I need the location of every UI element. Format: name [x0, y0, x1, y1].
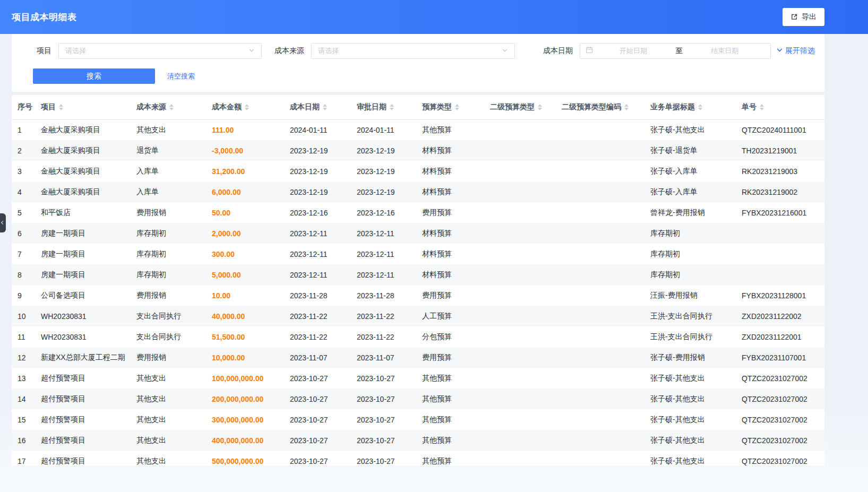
sort-icon[interactable] — [245, 104, 249, 110]
table-row[interactable]: 12新建XX总部大厦工程二期费用报销10,000.002023-11-07202… — [12, 347, 824, 368]
cost-source-filter: 成本来源 请选择 — [274, 43, 543, 59]
cell-order_no: QTZC20231027002 — [736, 409, 824, 430]
cell-order_no: RK20231219003 — [736, 161, 824, 182]
sort-icon[interactable] — [59, 104, 63, 110]
cell-project: 超付预警项目 — [36, 430, 131, 451]
cell-order_no: FYBX20231128001 — [736, 285, 824, 306]
project-filter: 项目 请选择 — [21, 43, 274, 59]
table-row[interactable]: 10WH20230831支出合同执行40,000.002023-11-22202… — [12, 306, 824, 326]
column-header-project[interactable]: 项目 — [36, 95, 131, 119]
table-row[interactable]: 2金融大厦采购项目退货单-3,000.002023-12-192023-12-1… — [12, 140, 824, 161]
cell-amount: 100,000,000.00 — [207, 368, 285, 389]
chevron-down-icon — [502, 46, 508, 56]
cell-budget_code2 — [556, 285, 645, 306]
cell-doc_title: 张子硕-其他支出 — [645, 368, 736, 389]
table-row[interactable]: 9公司备选项目费用报销10.002023-11-282023-11-28费用预算… — [12, 285, 824, 306]
cell-source: 库存期初 — [131, 244, 207, 264]
cell-amount: -3,000.00 — [207, 140, 285, 161]
cell-amount: 300,000,000.00 — [207, 409, 285, 430]
table-row[interactable]: 3金融大厦采购项目入库单31,200.002023-12-192023-12-1… — [12, 161, 824, 182]
cell-idx: 6 — [12, 223, 36, 244]
cell-budget_code2 — [556, 347, 645, 368]
cell-idx: 4 — [12, 182, 36, 202]
cell-source: 库存期初 — [131, 223, 207, 244]
expand-filters-link[interactable]: 展开筛选 — [776, 46, 815, 56]
table-header: 序号项目成本来源成本金额成本日期审批日期预算类型二级预算类型二级预算类型编码业务… — [12, 95, 824, 119]
cell-doc_title: 张子硕-其他支出 — [645, 451, 736, 465]
cell-doc_title: 库存期初 — [645, 264, 736, 285]
sort-icon[interactable] — [760, 104, 764, 110]
cell-project: 金融大厦采购项目 — [36, 182, 131, 202]
cell-source: 其他支出 — [131, 430, 207, 451]
clear-search-link[interactable]: 清空搜索 — [167, 72, 195, 81]
column-header-amount[interactable]: 成本金额 — [207, 95, 285, 119]
table-row[interactable]: 15超付预警项目其他支出300,000,000.002023-10-272023… — [12, 409, 824, 430]
column-header-doc_title[interactable]: 业务单据标题 — [645, 95, 736, 119]
cell-idx: 13 — [12, 368, 36, 389]
cell-doc_title: 张子硕-其他支出 — [645, 409, 736, 430]
cell-source: 费用报销 — [131, 347, 207, 368]
column-header-approval_date[interactable]: 审批日期 — [351, 95, 417, 119]
table-row[interactable]: 6房建一期项目库存期初2,000.002023-12-112023-12-11材… — [12, 223, 824, 244]
project-select[interactable]: 请选择 — [58, 43, 262, 59]
sort-icon[interactable] — [455, 104, 459, 110]
table-row[interactable]: 16超付预警项目其他支出400,000,000.002023-10-272023… — [12, 430, 824, 451]
column-header-budget_type2[interactable]: 二级预算类型 — [485, 95, 556, 119]
cell-approval_date: 2023-10-27 — [351, 451, 417, 465]
column-header-order_no[interactable]: 单号 — [736, 95, 824, 119]
cell-order_no: ZXD20231122001 — [736, 326, 824, 347]
column-header-label: 序号 — [18, 102, 32, 111]
search-button[interactable]: 搜索 — [33, 68, 155, 84]
column-header-cost_date[interactable]: 成本日期 — [285, 95, 351, 119]
drawer-handle[interactable] — [0, 213, 6, 232]
table-row[interactable]: 5和平饭店费用报销50.002023-12-162023-12-16费用预算曾祥… — [12, 202, 824, 223]
cell-order_no: ZXD20231122002 — [736, 306, 824, 326]
cell-budget_type2 — [485, 451, 556, 465]
cell-budget_code2 — [556, 368, 645, 389]
sort-icon[interactable] — [323, 104, 327, 110]
cell-budget_type: 材料预算 — [417, 161, 485, 182]
cell-doc_title: 张子硕-其他支出 — [645, 389, 736, 409]
export-button-label: 导出 — [802, 12, 817, 22]
table-row[interactable]: 4金融大厦采购项目入库单6,000.002023-12-192023-12-19… — [12, 182, 824, 202]
column-header-label: 项目 — [41, 102, 56, 111]
cell-source: 其他支出 — [131, 451, 207, 465]
cell-cost_date: 2023-11-22 — [285, 326, 351, 347]
end-date-input[interactable]: 结束日期 — [685, 46, 766, 56]
column-header-budget_type[interactable]: 预算类型 — [417, 95, 485, 119]
cell-order_no: FYBX20231216001 — [736, 202, 824, 223]
column-header-budget_code2[interactable]: 二级预算类型编码 — [556, 95, 645, 119]
export-button[interactable]: 导出 — [783, 8, 824, 26]
table-row[interactable]: 7房建一期项目库存期初300.002023-12-112023-12-11材料预… — [12, 244, 824, 264]
cost-table: 序号项目成本来源成本金额成本日期审批日期预算类型二级预算类型二级预算类型编码业务… — [12, 95, 824, 465]
chevron-left-icon — [1, 221, 5, 225]
cell-order_no: FYBX20231107001 — [736, 347, 824, 368]
filter-actions: 搜索 清空搜索 — [21, 68, 815, 84]
sort-icon[interactable] — [698, 104, 702, 110]
sort-icon[interactable] — [624, 104, 629, 110]
table-row[interactable]: 13超付预警项目其他支出100,000,000.002023-10-272023… — [12, 368, 824, 389]
column-header-label: 二级预算类型编码 — [562, 102, 621, 111]
cost-source-select[interactable]: 请选择 — [311, 43, 515, 59]
cell-budget_type: 费用预算 — [417, 202, 485, 223]
start-date-input[interactable]: 开始日期 — [593, 46, 674, 56]
table-row[interactable]: 1金融大厦采购项目其他支出111.002024-01-112024-01-11其… — [12, 119, 824, 140]
cost-date-range-picker[interactable]: 开始日期 至 结束日期 — [580, 43, 771, 59]
cell-budget_type2 — [485, 119, 556, 140]
cell-budget_type2 — [485, 161, 556, 182]
table-row[interactable]: 8房建一期项目库存期初5,000.002023-12-112023-12-11材… — [12, 264, 824, 285]
table-row[interactable]: 11WH20230831支出合同执行51,500.002023-11-22202… — [12, 326, 824, 347]
sort-icon[interactable] — [390, 104, 394, 110]
table-row[interactable]: 17超付预警项目其他支出500,000,000.002023-10-272023… — [12, 451, 824, 465]
cell-approval_date: 2023-12-19 — [351, 140, 417, 161]
cell-cost_date: 2023-12-11 — [285, 264, 351, 285]
cell-approval_date: 2023-12-19 — [351, 161, 417, 182]
cell-amount: 5,000.00 — [207, 264, 285, 285]
column-header-source[interactable]: 成本来源 — [131, 95, 207, 119]
chevron-down-icon — [248, 46, 255, 56]
sort-icon[interactable] — [538, 104, 542, 110]
cell-approval_date: 2023-11-22 — [351, 306, 417, 326]
table-body: 1金融大厦采购项目其他支出111.002024-01-112024-01-11其… — [12, 119, 824, 465]
sort-icon[interactable] — [169, 104, 174, 110]
table-row[interactable]: 14超付预警项目其他支出200,000,000.002023-10-272023… — [12, 389, 824, 409]
